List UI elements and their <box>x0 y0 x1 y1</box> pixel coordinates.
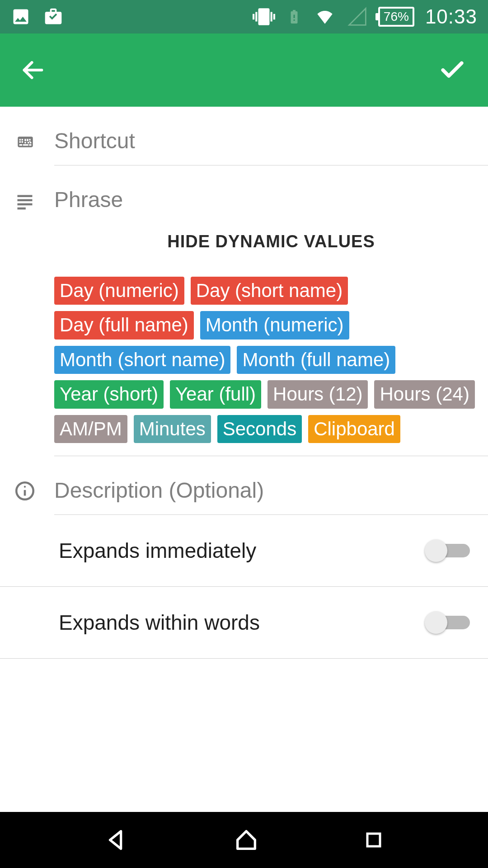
content: HIDE DYNAMIC VALUES Day (numeric)Day (sh… <box>0 107 488 812</box>
description-row <box>0 456 488 515</box>
battery-text: 76% <box>384 9 409 24</box>
text-lines-icon <box>14 165 54 212</box>
signal-icon <box>347 7 367 27</box>
svg-rect-2 <box>18 199 33 202</box>
battery-indicator: 76% <box>378 7 414 27</box>
chip-day-full-name[interactable]: Day (full name) <box>54 311 194 339</box>
shortcut-row <box>0 107 488 165</box>
battery-alert-icon <box>286 6 302 27</box>
expands-within-words-switch[interactable] <box>425 613 470 632</box>
briefcase-check-icon <box>43 7 63 27</box>
nav-back-button[interactable] <box>103 827 130 853</box>
svg-point-7 <box>24 486 26 487</box>
confirm-button[interactable] <box>438 56 466 84</box>
chip-am-pm[interactable]: AM/PM <box>54 415 127 443</box>
status-bar: 76% 10:33 <box>0 0 488 33</box>
vibrate-icon <box>253 5 275 28</box>
keyboard-icon <box>14 107 54 151</box>
expands-within-words-row[interactable]: Expands within words <box>0 587 488 659</box>
expands-immediately-switch[interactable] <box>425 541 470 560</box>
dynamic-values-toggle[interactable]: HIDE DYNAMIC VALUES <box>54 232 488 251</box>
expands-within-words-label: Expands within words <box>59 610 425 635</box>
svg-rect-8 <box>367 834 380 846</box>
expands-immediately-row[interactable]: Expands immediately <box>0 515 488 587</box>
description-input[interactable] <box>54 478 488 503</box>
chips-container: Day (numeric)Day (short name)Day (full n… <box>54 277 488 456</box>
info-icon <box>14 456 54 502</box>
chip-month-full-name[interactable]: Month (full name) <box>237 346 395 374</box>
back-button[interactable] <box>20 57 46 83</box>
svg-rect-3 <box>18 203 33 206</box>
chip-minutes[interactable]: Minutes <box>134 415 211 443</box>
chip-year-full[interactable]: Year (full) <box>170 380 261 408</box>
wifi-icon <box>313 7 337 26</box>
shortcut-input[interactable] <box>54 128 488 153</box>
chip-month-numeric[interactable]: Month (numeric) <box>200 311 349 339</box>
svg-rect-4 <box>18 208 26 210</box>
chip-day-numeric[interactable]: Day (numeric) <box>54 277 184 305</box>
svg-rect-1 <box>18 195 33 197</box>
image-icon <box>11 7 31 27</box>
chip-hours-24[interactable]: Hours (24) <box>374 380 474 408</box>
chip-day-short-name[interactable]: Day (short name) <box>191 277 348 305</box>
chip-year-short[interactable]: Year (short) <box>54 380 164 408</box>
chip-month-short-name[interactable]: Month (short name) <box>54 346 230 374</box>
expands-immediately-label: Expands immediately <box>59 538 425 563</box>
nav-home-button[interactable] <box>233 827 259 853</box>
navigation-bar <box>0 812 488 868</box>
nav-recent-button[interactable] <box>363 829 385 851</box>
chip-seconds[interactable]: Seconds <box>217 415 302 443</box>
app-bar <box>0 33 488 107</box>
chip-hours-12[interactable]: Hours (12) <box>267 380 368 408</box>
clock: 10:33 <box>425 5 477 28</box>
phrase-row: HIDE DYNAMIC VALUES Day (numeric)Day (sh… <box>0 165 488 456</box>
phrase-input[interactable] <box>54 187 488 212</box>
chip-clipboard[interactable]: Clipboard <box>308 415 400 443</box>
